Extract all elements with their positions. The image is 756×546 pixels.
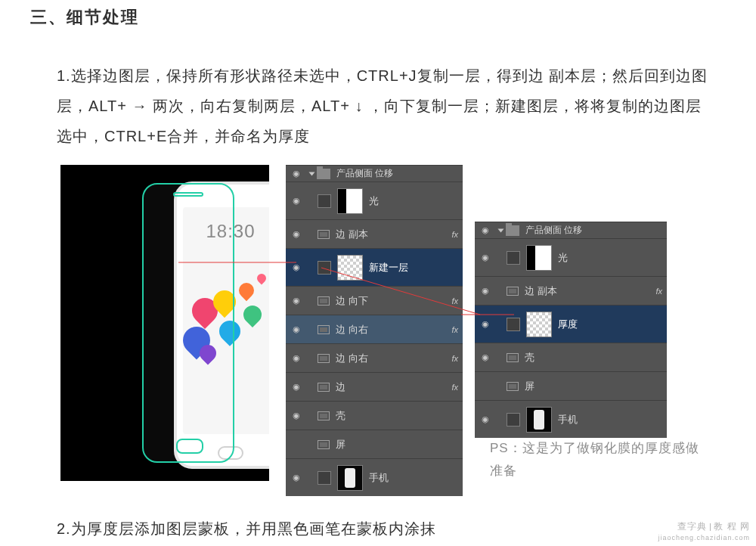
visibility-toggle-icon[interactable]: ◉ <box>286 229 307 239</box>
layer-row[interactable]: ◉厚度 <box>475 305 667 343</box>
layer-row[interactable]: ◉光 <box>475 238 667 276</box>
tempered-glass-outline <box>142 183 234 463</box>
layer-label: 屏 <box>525 380 534 393</box>
visibility-toggle-icon[interactable]: ◉ <box>286 324 307 334</box>
step-2-text: 2.为厚度层添加图层蒙板，并用黑色画笔在蒙板内涂抹 <box>57 519 436 539</box>
layers-panel-right: ◉ 产品侧面 位移 ◉光◉边 副本fx◉厚度◉壳屏◉手机 <box>475 222 667 438</box>
shape-layer-icon <box>318 411 330 420</box>
visibility-toggle-icon[interactable]: ◉ <box>286 353 307 363</box>
wallpaper-shape <box>240 302 265 327</box>
layer-box-icon <box>507 318 520 331</box>
layer-row[interactable]: ◉壳 <box>286 401 463 430</box>
layer-label: 边 向右 <box>336 352 368 365</box>
shape-layer-icon <box>318 296 330 306</box>
group-name: 产品侧面 位移 <box>336 167 393 180</box>
visibility-toggle-icon[interactable]: ◉ <box>286 296 307 306</box>
visibility-toggle-icon[interactable]: ◉ <box>475 253 496 262</box>
visibility-toggle-icon[interactable]: ◉ <box>475 319 496 329</box>
disclosure-triangle-icon[interactable] <box>498 228 504 232</box>
layer-group-header[interactable]: ◉ 产品侧面 位移 <box>286 165 463 181</box>
layer-label: 壳 <box>525 351 534 365</box>
layer-effects-icon[interactable]: fx <box>451 230 458 239</box>
shape-layer-icon <box>318 440 330 449</box>
layer-row[interactable]: ◉新建一层 <box>286 248 463 286</box>
layer-effects-icon[interactable]: fx <box>451 354 458 363</box>
step-1-text: 1.选择边图层，保持所有形状路径未选中，CTRL+J复制一层，得到边 副本层；然… <box>57 60 711 151</box>
shape-layer-icon <box>507 353 519 362</box>
shape-layer-icon <box>318 325 330 334</box>
group-name: 产品侧面 位移 <box>525 224 582 237</box>
layer-label: 厚度 <box>558 318 578 331</box>
layer-row[interactable]: ◉手机 <box>475 400 667 438</box>
visibility-toggle-icon[interactable]: ◉ <box>286 473 307 482</box>
layer-label: 屏 <box>336 438 345 451</box>
shape-layer-icon <box>318 230 330 239</box>
film-speaker-cutout <box>173 192 203 197</box>
layer-thumbnail <box>526 312 552 337</box>
layer-label: 边 <box>336 380 345 394</box>
layer-row[interactable]: ◉边fx <box>286 372 463 401</box>
layer-row[interactable]: ◉边 向右fx <box>286 343 463 372</box>
layer-label: 边 副本 <box>336 228 368 241</box>
layer-thumbnail <box>526 245 552 271</box>
layer-label: 光 <box>369 194 379 208</box>
visibility-toggle-icon[interactable]: ◉ <box>286 382 307 392</box>
visibility-toggle-icon[interactable]: ◉ <box>286 411 307 420</box>
layer-row[interactable]: 屏 <box>286 430 463 458</box>
visibility-toggle-icon[interactable]: ◉ <box>286 196 307 206</box>
layer-row[interactable]: ◉边 副本fx <box>286 219 463 248</box>
shape-layer-icon <box>507 287 519 296</box>
layer-box-icon <box>318 471 331 485</box>
shape-layer-icon <box>318 383 330 392</box>
layer-label: 边 向下 <box>336 294 368 308</box>
layer-thumbnail <box>337 255 363 281</box>
visibility-toggle-icon[interactable]: ◉ <box>475 414 496 424</box>
layer-label: 壳 <box>336 409 345 423</box>
layer-box-icon <box>507 413 520 427</box>
visibility-toggle-icon[interactable]: ◉ <box>286 169 307 178</box>
layer-row[interactable]: 屏 <box>475 371 667 400</box>
layer-label: 新建一层 <box>369 261 408 275</box>
layer-label: 边 向右 <box>336 323 368 337</box>
layer-effects-icon[interactable]: fx <box>451 296 458 306</box>
layer-label: 手机 <box>558 413 578 427</box>
layers-panel-left: ◉ 产品侧面 位移 ◉光◉边 副本fx◉新建一层◉边 向下fx◉边 向右fx◉边… <box>286 165 463 496</box>
layer-box-icon <box>318 194 331 208</box>
layer-thumbnail <box>337 465 363 491</box>
folder-icon <box>317 169 330 179</box>
layer-effects-icon[interactable]: fx <box>451 325 458 334</box>
phone-preview: 18:30 <box>60 165 269 481</box>
layer-row[interactable]: ◉光 <box>286 181 463 219</box>
visibility-toggle-icon[interactable]: ◉ <box>286 262 307 272</box>
layer-row[interactable]: ◉边 副本fx <box>475 276 667 305</box>
visibility-toggle-icon[interactable]: ◉ <box>475 286 496 296</box>
layer-row[interactable]: ◉边 向下fx <box>286 286 463 315</box>
wallpaper-shape <box>236 280 257 301</box>
layer-box-icon <box>318 261 331 275</box>
layer-thumbnail <box>526 407 552 433</box>
ps-note: PS：这是为了做钢化膜的厚度感做准备 <box>490 437 702 482</box>
layer-row[interactable]: ◉壳 <box>475 343 667 371</box>
section-heading: 三、细节处理 <box>30 6 139 29</box>
disclosure-triangle-icon[interactable] <box>309 172 315 175</box>
visibility-toggle-icon[interactable]: ◉ <box>475 225 496 235</box>
shape-layer-icon <box>507 382 519 391</box>
shape-layer-icon <box>318 354 330 363</box>
layer-row[interactable]: ◉边 向右fx <box>286 315 463 343</box>
folder-icon <box>506 225 519 236</box>
layer-label: 手机 <box>369 471 389 485</box>
wallpaper-shape <box>256 272 268 285</box>
layer-thumbnail <box>337 188 363 214</box>
layer-effects-icon[interactable]: fx <box>451 383 458 392</box>
watermark: 查字典教 程 网 jiaocheng.chazidian.com <box>658 521 750 543</box>
layer-box-icon <box>507 251 520 265</box>
layer-group-header[interactable]: ◉ 产品侧面 位移 <box>475 222 667 238</box>
layer-row[interactable]: ◉手机 <box>286 458 463 496</box>
layer-label: 边 副本 <box>525 284 557 298</box>
visibility-toggle-icon[interactable]: ◉ <box>475 352 496 362</box>
layer-label: 光 <box>558 251 568 265</box>
layer-effects-icon[interactable]: fx <box>655 287 662 296</box>
